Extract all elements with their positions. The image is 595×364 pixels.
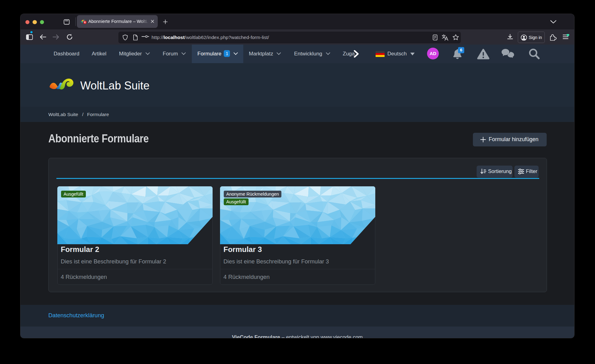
svg-text:6: 6 <box>84 21 86 24</box>
